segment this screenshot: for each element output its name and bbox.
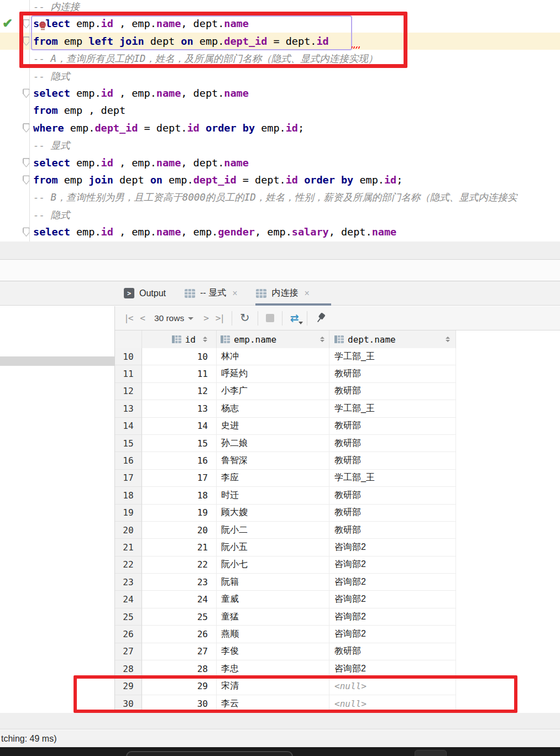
- cell-emp-name[interactable]: 孙二娘: [217, 435, 329, 452]
- row-number[interactable]: 18: [115, 487, 142, 504]
- cell-id[interactable]: 30: [142, 695, 217, 712]
- cell-id[interactable]: 28: [142, 660, 217, 678]
- cell-emp-name[interactable]: 阮籍: [217, 574, 329, 591]
- code-line[interactable]: from emp , dept: [0, 102, 560, 119]
- cell-emp-name[interactable]: 李忠: [217, 660, 329, 678]
- stop-icon[interactable]: [266, 314, 274, 322]
- cell-dept-name[interactable]: 学工部_王: [329, 470, 456, 487]
- cell-dept-name[interactable]: 教研部: [329, 365, 456, 382]
- compare-data-icon[interactable]: ⇄: [290, 313, 299, 323]
- cell-emp-name[interactable]: 史进: [217, 418, 329, 435]
- cell-emp-name[interactable]: 时迁: [217, 487, 329, 504]
- cell-id[interactable]: 26: [142, 626, 217, 643]
- code-line[interactable]: -- 隐式: [0, 67, 560, 85]
- cell-id[interactable]: 10: [142, 348, 217, 365]
- code-line[interactable]: -- 内连接: [0, 0, 560, 15]
- cell-id[interactable]: 17: [142, 470, 217, 487]
- cell-emp-name[interactable]: 童威: [217, 591, 329, 608]
- row-number[interactable]: 15: [115, 435, 142, 452]
- cell-emp-name[interactable]: 阮小二: [217, 522, 329, 539]
- first-page-icon[interactable]: |<: [124, 313, 132, 323]
- column-header-id[interactable]: id: [142, 330, 217, 348]
- row-number[interactable]: 19: [115, 505, 142, 522]
- cell-dept-name[interactable]: 教研部: [329, 643, 456, 660]
- row-number[interactable]: 23: [115, 574, 142, 591]
- row-number[interactable]: 20: [115, 522, 142, 539]
- code-line[interactable]: from emp join dept on emp.dept_id = dept…: [0, 171, 560, 188]
- taskbar-search-box[interactable]: [126, 751, 293, 756]
- row-number[interactable]: 25: [115, 608, 142, 626]
- row-number[interactable]: 16: [115, 452, 142, 469]
- cell-dept-name[interactable]: 教研部: [329, 487, 456, 504]
- row-number[interactable]: 10: [115, 348, 142, 365]
- cell-emp-name[interactable]: 呼延灼: [217, 365, 329, 382]
- pin-tab-icon[interactable]: [313, 311, 328, 326]
- cell-dept-name[interactable]: 咨询部2: [329, 660, 456, 678]
- close-icon[interactable]: ×: [304, 288, 309, 298]
- cell-id[interactable]: 22: [142, 556, 217, 574]
- cell-id[interactable]: 15: [142, 435, 217, 452]
- cell-id[interactable]: 29: [142, 678, 217, 695]
- code-line[interactable]: -- 显式: [0, 136, 560, 154]
- code-line[interactable]: select emp.id , emp.name, dept.name: [0, 154, 560, 171]
- services-side-panel[interactable]: [0, 306, 115, 713]
- cell-id[interactable]: 21: [142, 539, 217, 556]
- cell-dept-name[interactable]: 咨询部2: [329, 556, 456, 574]
- cell-emp-name[interactable]: 小李广: [217, 383, 329, 400]
- next-page-icon[interactable]: >: [203, 313, 208, 323]
- cell-emp-name[interactable]: 林冲: [217, 348, 329, 365]
- cell-emp-name[interactable]: 阮小五: [217, 539, 329, 556]
- row-number[interactable]: 27: [115, 643, 142, 660]
- cell-dept-name[interactable]: 学工部_王: [329, 348, 456, 365]
- tab-inner-join[interactable]: 内连接 ×: [256, 287, 309, 299]
- reload-page-icon[interactable]: ↻: [240, 312, 250, 324]
- cell-dept-name[interactable]: 咨询部2: [329, 626, 456, 643]
- cell-id[interactable]: 16: [142, 452, 217, 469]
- sql-editor[interactable]: -- 内连接select emp.id , emp.name, dept.nam…: [0, 0, 560, 242]
- row-number[interactable]: 14: [115, 418, 142, 435]
- row-number[interactable]: 24: [115, 591, 142, 608]
- page-size-selector[interactable]: 30 rows: [154, 313, 193, 323]
- cell-emp-name[interactable]: 李云: [217, 695, 329, 712]
- row-number[interactable]: 29: [115, 678, 142, 695]
- cell-emp-name[interactable]: 李俊: [217, 643, 329, 660]
- cell-dept-name[interactable]: 学工部_王: [329, 400, 456, 417]
- cell-id[interactable]: 20: [142, 522, 217, 539]
- code-line[interactable]: -- A，查询所有员工的ID，姓名，及所属的部门名称（隐式、显式内连接实现）: [0, 50, 560, 67]
- tab-explicit[interactable]: -- 显式 ×: [185, 287, 237, 299]
- cell-id[interactable]: 14: [142, 418, 217, 435]
- code-line[interactable]: select emp.id , emp.name, emp.gender, em…: [0, 223, 560, 240]
- intention-bulb-icon[interactable]: [39, 22, 46, 28]
- row-number[interactable]: 21: [115, 539, 142, 556]
- cell-emp-name[interactable]: 鲁智深: [217, 452, 329, 469]
- last-page-icon[interactable]: >|: [216, 313, 224, 323]
- taskbar-widget[interactable]: [415, 750, 447, 756]
- code-line[interactable]: where emp.dept_id = dept.id order by emp…: [0, 119, 560, 136]
- code-line[interactable]: select emp.id , emp.name, dept.name: [0, 15, 560, 32]
- cell-id[interactable]: 18: [142, 487, 217, 504]
- code-line[interactable]: -- 隐式: [0, 206, 560, 223]
- cell-id[interactable]: 11: [142, 365, 217, 382]
- cell-emp-name[interactable]: 童猛: [217, 608, 329, 626]
- cell-id[interactable]: 24: [142, 591, 217, 608]
- cell-emp-name[interactable]: 阮小七: [217, 556, 329, 574]
- cell-dept-name[interactable]: 教研部: [329, 522, 456, 539]
- cell-emp-name[interactable]: 燕顺: [217, 626, 329, 643]
- cell-emp-name[interactable]: 顾大嫂: [217, 505, 329, 522]
- previous-page-icon[interactable]: <: [140, 313, 144, 323]
- column-header-emp-name[interactable]: emp.name: [217, 330, 329, 348]
- cell-id[interactable]: 12: [142, 383, 217, 400]
- cell-emp-name[interactable]: 宋清: [217, 678, 329, 695]
- cell-dept-name[interactable]: 咨询部2: [329, 608, 456, 626]
- cell-dept-name[interactable]: 咨询部2: [329, 591, 456, 608]
- close-icon[interactable]: ×: [232, 288, 237, 298]
- column-header-dept-name[interactable]: dept.name: [329, 330, 456, 348]
- code-line[interactable]: -- B，查询性别为男，且工资高于8000的员工的ID，姓名，性别，薪资及所属的…: [0, 188, 560, 206]
- cell-id[interactable]: 25: [142, 608, 217, 626]
- row-number[interactable]: 28: [115, 660, 142, 678]
- cell-emp-name[interactable]: 杨志: [217, 400, 329, 417]
- row-number[interactable]: 13: [115, 400, 142, 417]
- cell-dept-name[interactable]: 教研部: [329, 452, 456, 469]
- code-line[interactable]: from emp left join dept on emp.dept_id =…: [0, 33, 560, 50]
- cell-dept-name[interactable]: 教研部: [329, 383, 456, 400]
